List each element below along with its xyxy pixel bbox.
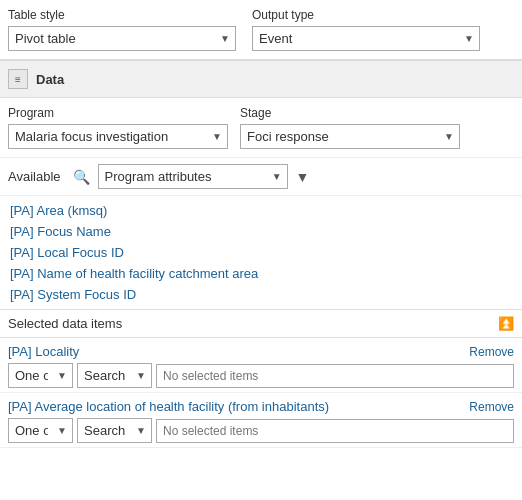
data-section: ≡ Data Program Malaria focus investigati… [0,60,522,500]
available-collapse-button[interactable]: ▼ [294,167,312,187]
search-type-2-select[interactable]: Search [77,418,152,443]
selected-item-1-name: [PA] Locality [8,344,79,359]
output-type-label: Output type [252,8,480,22]
stage-select-wrapper: Foci response ▼ [240,124,460,149]
selected-item-1-remove-button[interactable]: Remove [469,345,514,359]
data-section-icon: ≡ [8,69,28,89]
oneof-2-select[interactable]: One of [8,418,73,443]
table-style-wrapper: Pivot table ▼ [8,26,236,51]
stage-select[interactable]: Foci response [240,124,460,149]
data-section-title: Data [36,72,64,87]
selected-item-1-filter-row: One of ▼ Search - ▼ [8,363,514,388]
program-group: Program Malaria focus investigation ▼ [8,106,228,149]
selected-section: Selected data items ⏫ [PA] Locality Remo… [0,310,522,500]
search-type-1-select[interactable]: Search - [77,363,152,388]
search-type-1-wrapper: Search - ▼ [77,363,152,388]
data-header: ≡ Data [0,61,522,98]
table-style-label: Table style [8,8,236,22]
program-select[interactable]: Malaria focus investigation [8,124,228,149]
available-row: Available 🔍 Program attributes ▼ ▼ [0,158,522,196]
output-type-select[interactable]: Event [252,26,480,51]
list-item[interactable]: [PA] Name of health facility catchment a… [8,263,514,284]
oneof-2-wrapper: One of ▼ [8,418,73,443]
list-item[interactable]: [PA] Local Focus ID [8,242,514,263]
search-type-2-wrapper: Search ▼ [77,418,152,443]
selected-item-2-header: [PA] Average location of health facility… [8,399,514,414]
list-item[interactable]: [PA] System Focus ID [8,284,514,305]
selected-item-1-header: [PA] Locality Remove [8,344,514,359]
table-style-select[interactable]: Pivot table [8,26,236,51]
main-container: Table style Pivot table ▼ Output type Ev… [0,0,522,500]
program-select-wrapper: Malaria focus investigation ▼ [8,124,228,149]
selected-collapse-button[interactable]: ⏫ [498,316,514,331]
selected-title: Selected data items [8,316,122,331]
no-items-2-input[interactable] [156,419,514,443]
selected-item-2-filter-row: One of ▼ Search ▼ [8,418,514,443]
list-item[interactable]: [PA] Focus Name [8,221,514,242]
attribute-select[interactable]: Program attributes [98,164,288,189]
available-list: [PA] Area (kmsq) [PA] Focus Name [PA] Lo… [0,196,522,310]
list-item[interactable]: [PA] Area (kmsq) [8,200,514,221]
top-bar: Table style Pivot table ▼ Output type Ev… [0,0,522,60]
selected-item-2-remove-button[interactable]: Remove [469,400,514,414]
output-type-group: Output type Event ▼ [252,8,480,51]
oneof-1-wrapper: One of ▼ [8,363,73,388]
program-label: Program [8,106,228,120]
stage-group: Stage Foci response ▼ [240,106,460,149]
selected-item-2-name: [PA] Average location of health facility… [8,399,329,414]
oneof-1-select[interactable]: One of [8,363,73,388]
selected-header: Selected data items ⏫ [0,310,522,338]
attribute-select-wrapper: Program attributes ▼ [98,164,288,189]
program-stage-row: Program Malaria focus investigation ▼ St… [0,98,522,158]
no-items-1-input[interactable] [156,364,514,388]
available-label: Available [8,169,61,184]
available-search-icon-button[interactable]: 🔍 [71,167,92,187]
selected-items-list: [PA] Locality Remove One of ▼ Search [0,338,522,500]
stage-label: Stage [240,106,460,120]
output-type-wrapper: Event ▼ [252,26,480,51]
table-style-group: Table style Pivot table ▼ [8,8,236,51]
selected-item-block: [PA] Locality Remove One of ▼ Search [0,338,522,393]
selected-item-block: [PA] Average location of health facility… [0,393,522,448]
